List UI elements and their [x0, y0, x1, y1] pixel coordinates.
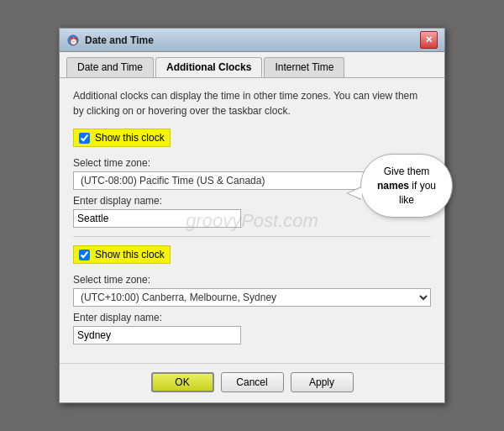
clock1-checkbox-text: Show this clock: [95, 132, 165, 144]
button-bar: OK Cancel Apply: [60, 363, 444, 402]
tab-additional-clocks[interactable]: Additional Clocks: [155, 57, 262, 77]
clock2-name-label: Enter display name:: [73, 312, 431, 323]
callout-text-bold: names: [377, 180, 409, 192]
clock2-timezone-select[interactable]: (UTC+10:00) Canberra, Melbourne, Sydney: [73, 288, 431, 307]
apply-button[interactable]: Apply: [291, 372, 354, 392]
window-icon: ⏰: [66, 34, 80, 47]
svg-text:⏰: ⏰: [69, 36, 79, 46]
cancel-button[interactable]: Cancel: [221, 372, 284, 392]
title-bar: ⏰ Date and Time ✕: [60, 29, 444, 52]
tab-date-time[interactable]: Date and Time: [66, 57, 154, 77]
clock2-checkbox-text: Show this clock: [95, 249, 165, 260]
callout-bubble: Give them names if you like: [360, 154, 453, 218]
callout-text-before: Give them: [384, 166, 430, 177]
clock2-checkbox[interactable]: [79, 250, 90, 260]
clock1-checkbox[interactable]: [79, 133, 90, 144]
section-divider: [73, 236, 431, 237]
clock1-checkbox-label[interactable]: Show this clock: [73, 129, 171, 147]
dialog-content: groovyPost.com Additional clocks can dis…: [60, 78, 444, 363]
tab-bar: Date and Time Additional Clocks Internet…: [60, 52, 444, 78]
close-button[interactable]: ✕: [420, 31, 438, 49]
clock2-timezone-label: Select time zone:: [73, 274, 431, 286]
clock2-checkbox-label[interactable]: Show this clock: [73, 245, 171, 264]
dialog-window: ⏰ Date and Time ✕ Date and Time Addition…: [59, 28, 445, 403]
clock2-section: Show this clock Select time zone: (UTC+1…: [73, 245, 431, 344]
clock2-name-input[interactable]: [73, 326, 241, 344]
window-title: Date and Time: [85, 34, 420, 46]
tab-internet-time[interactable]: Internet Time: [264, 57, 344, 77]
clock1-name-input[interactable]: [73, 209, 241, 228]
ok-button[interactable]: OK: [151, 372, 214, 392]
description-text: Additional clocks can display the time i…: [73, 88, 431, 118]
